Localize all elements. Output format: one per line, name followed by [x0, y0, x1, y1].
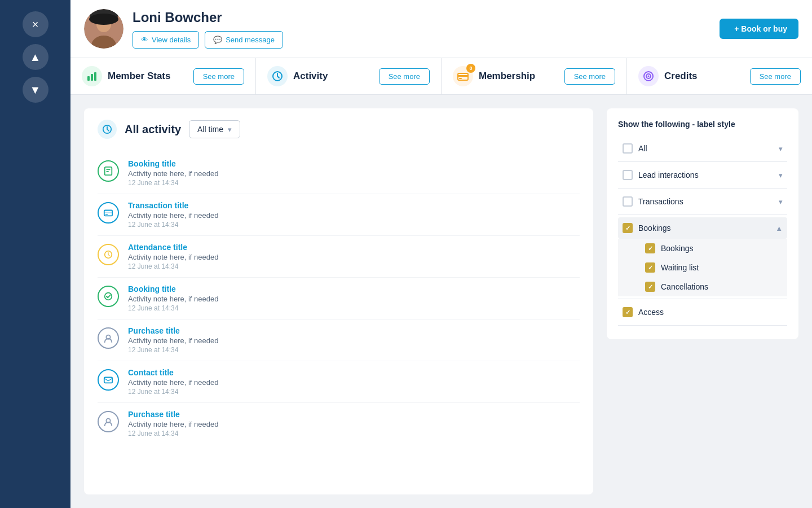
activity-item-date: 12 June at 14:34 [128, 346, 580, 354]
checkbox-sub-bookings-sub[interactable] [645, 243, 655, 253]
activity-item: Booking title Activity note here, if nee… [98, 152, 580, 194]
filter-row-lead-interactions[interactable]: Lead interactions▾ [618, 164, 787, 186]
checkbox-all[interactable] [623, 143, 633, 154]
message-icon: 💬 [213, 36, 222, 44]
activity-item-icon [98, 160, 119, 182]
activity-item-icon [98, 202, 119, 224]
tabs-bar: Member Stats See more Activity See more [70, 58, 812, 95]
filter-divider [618, 188, 787, 189]
filter-divider [618, 325, 787, 326]
checkbox-access[interactable] [623, 307, 633, 317]
activity-item-title: Booking title [128, 159, 580, 168]
send-message-button[interactable]: 💬 Send message [205, 31, 283, 49]
circle-icon [638, 66, 659, 86]
tab-membership: 0 Membership See more [442, 58, 627, 94]
chevron-icon-all: ▾ [779, 144, 783, 153]
activity-item-icon [98, 411, 119, 432]
filter-sub-label-waiting-list: Waiting list [661, 263, 783, 272]
filter-sub-item-waiting-list[interactable]: Waiting list [641, 258, 787, 277]
activity-item-date: 12 June at 14:34 [128, 221, 580, 229]
scroll-up-button[interactable]: ▲ [23, 44, 48, 70]
svg-rect-6 [91, 74, 93, 81]
book-or-buy-button[interactable]: + Book or buy [720, 19, 798, 39]
activity-item-title: Purchase title [128, 410, 580, 419]
filter-sub-label-cancellations: Cancellations [661, 282, 783, 291]
activity-see-more-button[interactable]: See more [379, 68, 430, 85]
filter-label-transactions: Transactions [638, 197, 773, 206]
chevron-down-icon: ▾ [228, 125, 232, 134]
activity-item-text: Transaction title Activity note here, if… [128, 201, 580, 229]
tab-membership-label: 0 Membership [453, 66, 535, 86]
filter-sub-item-bookings-sub[interactable]: Bookings [641, 239, 787, 258]
header-left: Loni Bowcher 👁 View details 💬 Send messa… [84, 9, 283, 49]
activity-item-text: Booking title Activity note here, if nee… [128, 284, 580, 312]
activity-item-date: 12 June at 14:34 [128, 179, 580, 187]
svg-point-23 [105, 293, 112, 300]
checkbox-bookings[interactable] [623, 223, 633, 233]
header: Loni Bowcher 👁 View details 💬 Send messa… [70, 0, 812, 58]
activity-item-date: 12 June at 14:34 [128, 262, 580, 270]
activity-item-date: 12 June at 14:34 [128, 304, 580, 312]
activity-clock-icon [98, 120, 117, 139]
activity-item-note: Activity note here, if needed [128, 420, 580, 428]
close-icon: × [32, 18, 39, 31]
view-details-button[interactable]: 👁 View details [133, 31, 199, 49]
activity-item-text: Contact title Activity note here, if nee… [128, 368, 580, 396]
filter-sub-bookings: BookingsWaiting listCancellations [618, 239, 787, 296]
filter-item-bookings: Bookings▲BookingsWaiting listCancellatio… [618, 217, 787, 299]
time-filter-label: All time [197, 125, 223, 134]
activity-item-title: Booking title [128, 284, 580, 294]
filter-row-transactions[interactable]: Transactions▾ [618, 191, 787, 212]
activity-title: All activity [125, 123, 181, 136]
filter-label-lead-interactions: Lead interactions [638, 170, 773, 179]
book-or-buy-label: + Book or buy [734, 24, 787, 33]
activity-item-title: Transaction title [128, 201, 580, 210]
filter-row-all[interactable]: All▾ [618, 138, 787, 159]
membership-see-more-button[interactable]: See more [564, 68, 615, 85]
filter-row-bookings[interactable]: Bookings▲ [618, 217, 787, 239]
checkbox-transactions[interactable] [623, 196, 633, 207]
chevron-icon-bookings: ▲ [775, 224, 783, 233]
user-name: Loni Bowcher [133, 10, 283, 25]
time-filter-dropdown[interactable]: All time ▾ [189, 120, 240, 138]
svg-rect-17 [106, 169, 110, 170]
filter-sub-item-cancellations[interactable]: Cancellations [641, 277, 787, 296]
svg-point-4 [89, 14, 118, 25]
member-stats-see-more-button[interactable]: See more [193, 68, 244, 85]
activity-item-text: Booking title Activity note here, if nee… [128, 159, 580, 187]
activity-panel: All activity All time ▾ Booking title Ac… [84, 108, 593, 494]
filter-label-access: Access [638, 308, 783, 317]
close-button[interactable]: × [23, 11, 48, 37]
activity-item-icon [98, 244, 119, 265]
activity-item-text: Purchase title Activity note here, if ne… [128, 326, 580, 354]
tab-member-stats-label: Member Stats [82, 66, 170, 86]
filter-item-lead-interactions: Lead interactions▾ [618, 164, 787, 189]
activity-item: Transaction title Activity note here, if… [98, 194, 580, 236]
chevron-icon-transactions: ▾ [779, 198, 783, 206]
svg-rect-18 [106, 171, 109, 172]
activity-item-date: 12 June at 14:34 [128, 430, 580, 437]
activity-item-title: Attendance title [128, 243, 580, 252]
svg-rect-7 [94, 72, 96, 81]
filter-item-transactions: Transactions▾ [618, 191, 787, 215]
checkbox-sub-waiting-list[interactable] [645, 262, 655, 273]
filter-row-access[interactable]: Access [618, 301, 787, 323]
tab-member-stats: Member Stats See more [70, 58, 256, 94]
activity-item: Purchase title Activity note here, if ne… [98, 319, 580, 361]
filter-panel-title: Show the following - label style [618, 120, 787, 129]
checkbox-lead-interactions[interactable] [623, 170, 633, 180]
filter-label-bookings: Bookings [638, 224, 770, 233]
svg-rect-11 [459, 78, 462, 79]
tab-credits: Credits See more [627, 58, 812, 94]
scroll-down-button[interactable]: ▼ [23, 77, 48, 103]
member-stats-text: Member Stats [108, 71, 170, 82]
view-details-label: View details [152, 36, 191, 44]
membership-badge: 0 [466, 64, 475, 73]
avatar [84, 9, 123, 49]
checkbox-sub-cancellations[interactable] [645, 282, 655, 292]
activity-panel-header: All activity All time ▾ [98, 120, 580, 139]
activity-item-text: Attendance title Activity note here, if … [128, 243, 580, 270]
credits-see-more-button[interactable]: See more [750, 68, 801, 85]
filter-divider [618, 214, 787, 215]
svg-rect-10 [458, 75, 468, 77]
